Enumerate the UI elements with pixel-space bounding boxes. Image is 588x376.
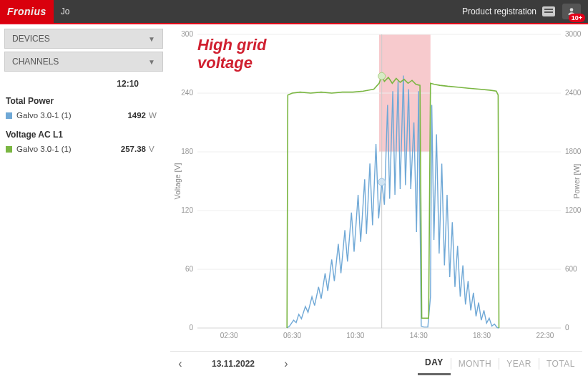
x-tick: 14:30 — [410, 332, 428, 339]
devices-label: DEVICES — [12, 34, 50, 44]
chart-canvas[interactable]: 0601201802403000600120018002400300002:30… — [170, 29, 582, 348]
product-registration-label: Product registration — [462, 6, 536, 16]
range-tab-total[interactable]: TOTAL — [539, 352, 582, 375]
product-registration-link[interactable]: Product registration — [462, 6, 555, 16]
cursor-marker-voltage — [378, 72, 386, 79]
next-day-button[interactable]: › — [276, 357, 296, 370]
range-tab-month[interactable]: MONTH — [451, 352, 499, 375]
x-tick: 22:30 — [536, 332, 554, 339]
metric-row: Galvo 3.0-1 (1) 1492 W — [4, 109, 163, 127]
metric-value: 257.38 — [113, 145, 146, 153]
metric-unit: W — [149, 111, 162, 120]
x-tick: 02:30 — [220, 332, 238, 339]
range-tabs: DAYMONTHYEARTOTAL — [418, 352, 582, 375]
brand-logo[interactable]: Fronius — [0, 0, 54, 23]
y-right-label: Power [W] — [572, 164, 581, 199]
x-tick: 18:30 — [473, 332, 491, 339]
chevron-down-icon: ▼ — [148, 58, 155, 66]
metric-title: Voltage AC L1 — [4, 127, 163, 143]
y-right-tick: 0 — [565, 324, 569, 332]
y-right-tick: 2400 — [565, 89, 582, 97]
chart-panel: High gridvoltage 06012018024030006001200… — [167, 24, 588, 376]
metric-value: 1492 — [113, 111, 146, 120]
y-left-tick: 180 — [181, 148, 193, 155]
y-left-tick: 60 — [185, 265, 194, 273]
channels-label: CHANNELS — [12, 57, 59, 67]
y-left-label: Voltage [V] — [173, 163, 182, 200]
y-right-tick: 600 — [565, 265, 577, 273]
metric-row: Galvo 3.0-1 (1) 257.38 V — [4, 143, 163, 160]
metric-title: Total Power — [4, 93, 163, 109]
metric-block-power: Total Power Galvo 3.0-1 (1) 1492 W — [4, 93, 163, 127]
range-tab-day[interactable]: DAY — [418, 352, 451, 375]
y-left-tick: 0 — [189, 324, 193, 332]
account-button[interactable]: 10+ — [562, 4, 581, 19]
y-left-tick: 240 — [181, 89, 193, 97]
y-left-tick: 300 — [181, 30, 193, 38]
series-name: Galvo 3.0-1 (1) — [16, 111, 113, 120]
notification-badge: 10+ — [569, 14, 585, 22]
prev-day-button[interactable]: ‹ — [170, 357, 190, 370]
y-left-tick: 120 — [181, 206, 193, 214]
channels-accordion[interactable]: CHANNELS ▼ — [4, 52, 163, 72]
sidebar: DEVICES ▼ CHANNELS ▼ 12:10 Total Power G… — [0, 24, 167, 376]
devices-accordion[interactable]: DEVICES ▼ — [4, 29, 163, 49]
svg-point-0 — [570, 8, 574, 11]
series-name: Galvo 3.0-1 (1) — [16, 145, 113, 153]
series-swatch-icon — [6, 112, 12, 119]
y-right-tick: 1200 — [565, 206, 582, 214]
metric-block-voltage: Voltage AC L1 Galvo 3.0-1 (1) 257.38 V — [4, 127, 163, 160]
y-right-tick: 3000 — [565, 30, 582, 38]
x-tick: 06:30 — [283, 332, 301, 339]
user-name: Jo — [61, 6, 70, 16]
y-right-tick: 1800 — [565, 148, 582, 155]
series-power — [287, 75, 499, 328]
current-date[interactable]: 13.11.2022 — [190, 359, 276, 369]
metric-unit: V — [149, 145, 162, 153]
cursor-time: 12:10 — [4, 74, 163, 93]
top-bar: Fronius Jo Product registration 10+ — [0, 0, 588, 24]
cursor-marker-power — [378, 178, 386, 185]
range-tab-year[interactable]: YEAR — [499, 352, 539, 375]
form-icon — [542, 6, 555, 16]
date-bar: ‹ 13.11.2022 › DAYMONTHYEARTOTAL — [170, 351, 582, 375]
chevron-down-icon: ▼ — [148, 35, 155, 43]
series-swatch-icon — [6, 146, 12, 153]
x-tick: 10:30 — [346, 332, 364, 339]
